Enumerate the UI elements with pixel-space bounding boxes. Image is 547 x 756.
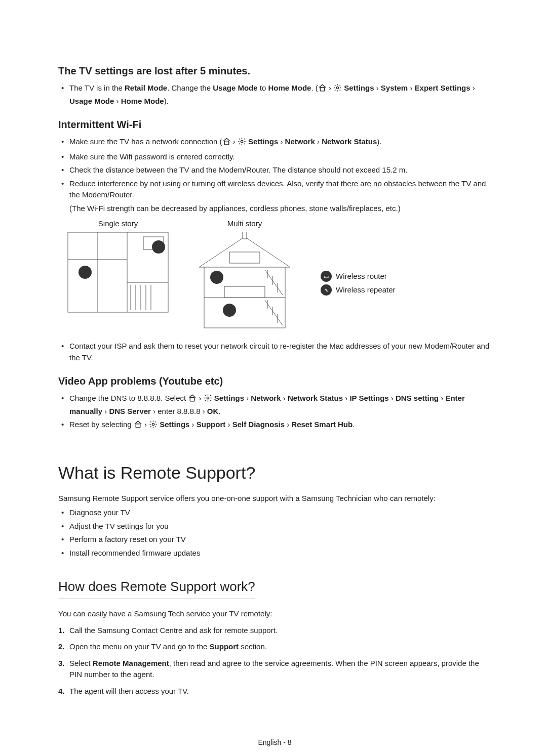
multi-story-label: Multi story [194,218,295,230]
video-item-2: Reset by selecting › Settings › Support … [58,419,491,432]
home-icon [318,83,327,96]
svg-rect-33 [190,398,195,401]
page-footer: English - 8 [58,737,491,748]
rs-bullet-2: Adjust the TV settings for you [58,521,491,532]
svg-rect-18 [243,232,247,239]
settings-icon [238,137,246,149]
video-app-heading: Video App problems (Youtube etc) [58,373,491,389]
wifi-item-1: Make sure the TV has a network connectio… [58,136,491,149]
home-icon [134,420,142,432]
svg-point-32 [223,304,236,317]
repeater-icon: ∿ [321,284,332,296]
step-4: The agent will then access your TV. [58,686,491,697]
step-3: Select Remote Management, then read and … [58,658,491,681]
svg-rect-22 [224,286,265,298]
tv-settings-item: The TV is in the Retail Mode. Change the… [58,82,491,107]
remote-support-intro: Samsung Remote Support service offers yo… [58,493,491,505]
rs-bullet-4: Install recommended firmware updates [58,548,491,559]
how-remote-support-heading: How does Remote Support work? [58,577,255,599]
wifi-diagram: Single story Multi story [67,218,491,333]
svg-rect-2 [224,141,229,145]
svg-rect-35 [136,424,140,428]
settings-icon [204,394,212,406]
multi-story-house-icon [194,232,295,334]
single-story-house-icon [67,232,169,316]
svg-point-34 [207,397,209,399]
home-icon [188,394,197,406]
how-remote-support-intro: You can easily have a Samsung Tech servi… [58,608,491,620]
tv-settings-lost-heading: The TV settings are lost after 5 minutes… [58,63,491,78]
svg-point-36 [152,423,154,425]
diagram-legend: ▭Wireless router ∿Wireless repeater [321,269,396,298]
svg-rect-21 [229,252,260,263]
step-2: Open the menu on your TV and go to the S… [58,641,491,653]
remote-support-heading: What is Remote Support? [58,460,491,486]
single-story-label: Single story [67,218,169,230]
router-icon: ▭ [321,271,332,282]
svg-point-16 [79,266,92,279]
home-icon [222,137,231,149]
video-item-1: Change the DNS to 8.8.8.8. Select › Sett… [58,393,491,417]
svg-point-3 [241,140,243,142]
wifi-item-3: Check the distance between the TV and th… [58,164,491,176]
wifi-item-2: Make sure the Wifi password is entered c… [58,151,491,163]
svg-point-31 [210,271,223,284]
intermittent-wifi-heading: Intermittent Wi-Fi [58,117,491,132]
wifi-item-5: Contact your ISP and ask them to reset y… [58,341,491,363]
svg-rect-0 [320,88,325,91]
wifi-item-4: Reduce interference by not using or turn… [58,178,491,215]
settings-icon [149,420,158,432]
rs-bullet-3: Perform a factory reset on your TV [58,534,491,545]
step-1: Call the Samsung Contact Centre and ask … [58,625,491,637]
rs-bullet-1: Diagnose your TV [58,507,491,519]
svg-point-1 [337,87,339,89]
svg-point-15 [152,240,165,254]
settings-icon [333,83,342,96]
